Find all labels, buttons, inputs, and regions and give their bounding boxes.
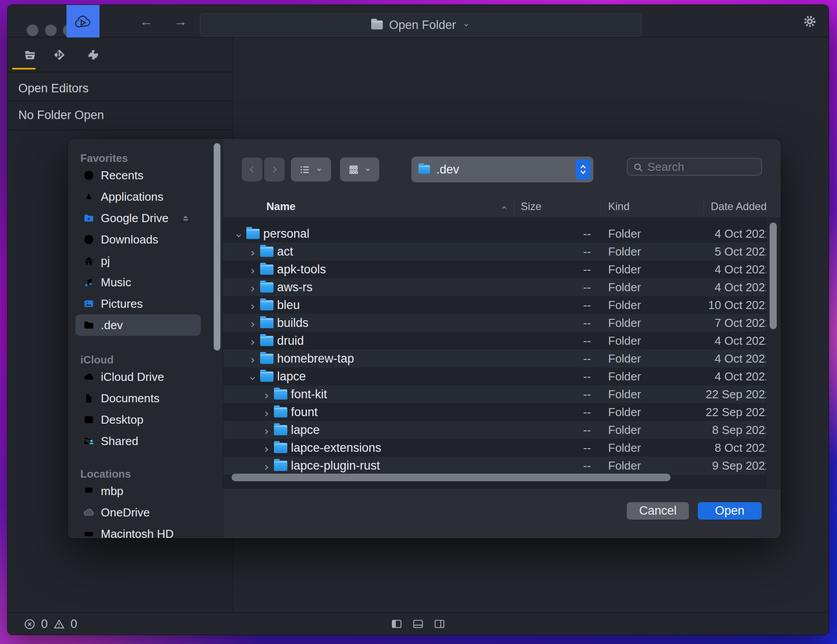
close-window-button[interactable] [27,25,38,36]
table-row[interactable]: act -- Folder 5 Oct 2022 [223,243,766,260]
disclosure-chevron-icon[interactable] [249,264,257,274]
disclosure-chevron-icon[interactable] [249,282,257,292]
row-kind: Folder [608,263,641,277]
row-kind: Folder [608,388,641,401]
column-header-size[interactable]: Size [521,200,542,213]
table-row[interactable]: lapce -- Folder 4 Oct 2022 [223,367,766,385]
sidebar-item-onedrive[interactable]: OneDrive [75,502,201,523]
settings-button[interactable] [801,12,819,30]
minimize-window-button[interactable] [45,25,57,36]
disclosure-chevron-icon[interactable] [262,461,270,471]
disclosure-chevron-icon[interactable] [249,336,257,346]
dialog-forward-button[interactable] [264,157,285,182]
toggle-bottom-panel-icon[interactable] [411,618,425,630]
table-row[interactable]: builds -- Folder 7 Oct 2022 [223,314,766,332]
sidebar-item-dev[interactable]: .dev [75,314,201,336]
problems-indicator[interactable]: 0 0 [24,613,77,635]
cloud-play-icon [73,12,93,30]
open-button[interactable]: Open [698,502,762,520]
search-input[interactable] [647,159,758,175]
table-row[interactable]: apk-tools -- Folder 4 Oct 2022 [223,260,766,278]
disclosure-chevron-icon[interactable] [262,389,270,399]
row-kind: Folder [608,352,641,366]
table-row[interactable]: personal -- Folder 4 Oct 2022 [223,225,766,243]
dialog-back-button[interactable] [242,157,262,182]
activity-tab-file-explorer[interactable] [17,37,42,72]
folder-stepper-control[interactable] [576,159,591,180]
row-name: apk-tools [277,263,326,277]
horizontal-scrollbar[interactable] [232,474,671,481]
disclosure-chevron-icon[interactable] [262,407,270,417]
current-folder-dropdown[interactable]: .dev [411,157,593,182]
disclosure-chevron-icon[interactable] [249,300,257,310]
navigate-back-button[interactable]: ← [133,5,160,37]
disclosure-chevron-icon[interactable] [262,443,270,453]
cancel-button[interactable]: Cancel [627,502,689,520]
row-name: font-kit [291,388,327,401]
panel-divider [8,101,233,101]
table-row[interactable]: lapce -- Folder 8 Sep 2022 [223,421,766,439]
column-divider[interactable] [600,199,601,215]
open-editors-header[interactable]: Open Editors [18,82,89,95]
navigate-forward-button[interactable]: → [167,5,194,37]
disclosure-chevron-icon[interactable] [249,318,257,328]
window-title: Open Folder [389,18,456,32]
activity-tab-plugins[interactable] [81,37,106,72]
activity-tab-source-control[interactable] [47,37,72,72]
sidebar-item-mbp[interactable]: mbp [75,480,201,502]
column-header-date-added[interactable]: Date Added [711,200,767,213]
row-date: 22 Sep 2022 [669,388,766,401]
row-kind: Folder [608,298,641,312]
table-row[interactable]: aws-rs -- Folder 4 Oct 2022 [223,278,766,296]
row-date: 4 Oct 2022 [669,352,766,366]
disclosure-chevron-icon[interactable] [235,229,243,239]
disclosure-chevron-icon[interactable] [249,372,257,381]
column-divider[interactable] [514,199,514,215]
table-row[interactable]: druid -- Folder 4 Oct 2022 [223,332,766,350]
column-header-name[interactable]: Name [266,200,295,213]
disclosure-chevron-icon[interactable] [249,247,257,256]
folder-icon [260,372,273,382]
sidebar-item-downloads[interactable]: Downloads [75,229,201,250]
view-mode-dropdown[interactable] [291,157,331,182]
no-folder-open-header[interactable]: No Folder Open [18,108,104,122]
files-icon [23,48,37,62]
sidebar-item-recents[interactable]: Recents [75,165,201,186]
sidebar-item-pictures[interactable]: Pictures [75,293,201,314]
current-folder-name: .dev [436,163,459,177]
sidebar-item-shared[interactable]: Shared [75,430,201,452]
sidebar-item-icloud-drive[interactable]: iCloud Drive [75,366,201,388]
row-size: -- [583,459,591,473]
scrollbar-gutter [766,218,781,489]
disclosure-chevron-icon[interactable] [249,354,257,363]
sidebar-item-desktop[interactable]: Desktop [75,409,201,430]
sidebar-scrollbar[interactable] [214,143,220,351]
lapce-logo-button[interactable] [66,5,99,37]
sidebar-item-google-drive[interactable]: Google Drive [75,207,201,229]
sidebar-item-macintosh-hd[interactable]: Macintosh HD [75,523,201,538]
sidebar-section: Locations mbp OneDrive Macintosh HD [68,468,223,538]
table-row[interactable]: homebrew-tap -- Folder 4 Oct 2022 [223,350,766,367]
column-header-kind[interactable]: Kind [608,200,630,213]
toggle-right-panel-icon[interactable] [433,618,447,630]
column-divider[interactable] [704,199,704,215]
table-row[interactable]: bleu -- Folder 10 Oct 2022 [223,296,766,314]
folder-icon [260,247,273,257]
disclosure-chevron-icon[interactable] [262,425,270,435]
appstore-icon [83,190,95,203]
sidebar-item-pj[interactable]: pj [75,250,201,272]
toggle-left-panel-icon[interactable] [390,618,404,630]
eject-icon[interactable] [180,213,191,223]
table-row[interactable]: lapce-plugin-rust -- Folder 9 Sep 2022 [223,457,766,475]
download-icon [83,233,95,246]
vertical-scrollbar[interactable] [770,223,777,329]
sidebar-item-documents[interactable]: Documents [75,388,201,409]
row-size: -- [583,298,591,312]
sidebar-item-music[interactable]: Music [75,272,201,293]
table-row[interactable]: lapce-extensions -- Folder 8 Oct 2022 [223,439,766,457]
table-row[interactable]: font-kit -- Folder 22 Sep 2022 [223,385,766,403]
sidebar-item-applications[interactable]: Applications [75,186,201,207]
table-row[interactable]: fount -- Folder 22 Sep 2022 [223,403,766,421]
group-by-dropdown[interactable] [340,157,379,182]
command-palette-box[interactable]: Open Folder [200,13,642,37]
